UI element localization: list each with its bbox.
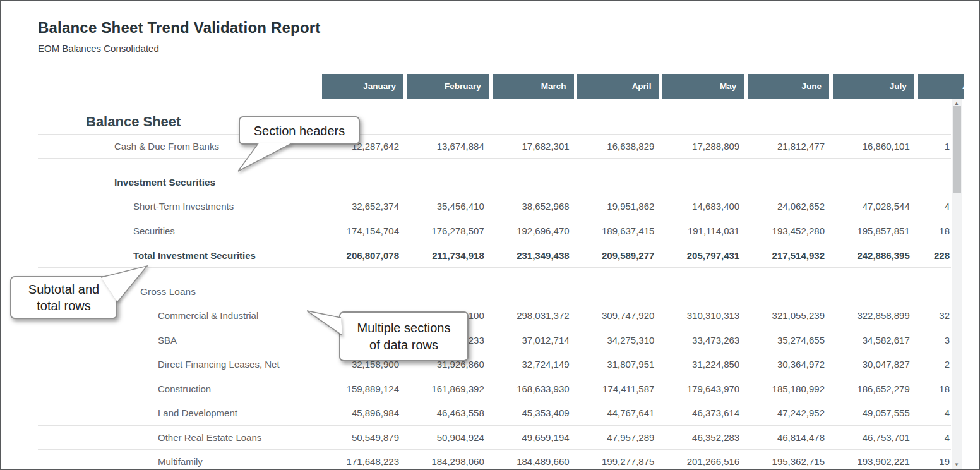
column-header-may: May: [662, 74, 744, 99]
row-label: Investment Securities: [114, 159, 215, 195]
table-row-direct-financing-leases-net: Direct Financing Leases, Net32,158,90031…: [38, 352, 951, 377]
table-row-other-real-estate-loans: Other Real Estate Loans50,549,87950,904,…: [38, 426, 951, 450]
cell-may: 46,373,614: [662, 401, 744, 425]
cell-june: 35,274,655: [748, 328, 829, 352]
column-header-july: July: [833, 74, 914, 99]
cell-august: 2: [918, 352, 951, 377]
callout-text-line: Subtotal and: [11, 281, 116, 298]
table-row-balance-sheet: Balance Sheet: [38, 106, 951, 135]
cell-april: 19,951,862: [577, 195, 659, 219]
callout-subtotal-total-rows: Subtotal andtotal rows: [10, 276, 117, 319]
column-header-january: January: [322, 74, 403, 99]
cell-january: 32,652,374: [322, 195, 403, 219]
callout-section-headers: Section headers: [239, 116, 360, 145]
cell-july: 242,886,395: [833, 243, 914, 267]
cell-april: 44,767,641: [577, 401, 659, 425]
cell-july: 16,860,101: [833, 135, 914, 158]
cell-march: 192,696,470: [493, 219, 574, 243]
table-row-gross-loans: Gross Loans: [38, 268, 951, 304]
row-label: SBA: [158, 328, 177, 352]
cell-march: 298,031,372: [493, 304, 574, 328]
cell-may: 179,643,970: [662, 377, 744, 401]
row-label: Cash & Due From Banks: [114, 135, 219, 158]
cell-february: 211,734,918: [407, 243, 489, 267]
cell-april: 16,638,829: [577, 135, 659, 158]
cell-may: 17,288,809: [662, 135, 744, 158]
table-row-total-investment-securities: Total Investment Securities206,807,07821…: [38, 243, 951, 268]
column-header-april: April: [577, 74, 659, 99]
cell-august: 18: [918, 219, 951, 243]
cell-june: 185,180,992: [748, 377, 829, 401]
scrollbar-thumb[interactable]: [953, 106, 961, 193]
cell-july: 193,902,221: [833, 450, 914, 470]
cell-august: 4: [918, 195, 951, 219]
cell-march: 37,012,714: [493, 328, 574, 352]
cell-may: 205,797,431: [662, 243, 744, 267]
table-row-cash-due-from-banks: Cash & Due From Banks12,287,64213,674,88…: [38, 135, 951, 159]
cell-april: 47,957,289: [577, 426, 659, 450]
cell-march: 32,724,149: [493, 352, 574, 377]
row-label: Balance Sheet: [86, 106, 181, 134]
cell-june: 21,812,477: [748, 135, 829, 158]
row-label: Securities: [133, 219, 175, 243]
row-label: Total Investment Securities: [133, 243, 256, 267]
cell-june: 195,362,715: [748, 450, 829, 470]
cell-february: 50,904,924: [407, 426, 489, 450]
table-row-securities: Securities174,154,704176,278,507192,696,…: [38, 219, 951, 244]
row-label: Short-Term Investments: [133, 195, 234, 219]
cell-august: 4: [918, 426, 951, 450]
cell-may: 31,224,850: [662, 352, 744, 377]
callout-text-line: of data rows: [340, 337, 467, 354]
cell-june: 321,055,239: [748, 304, 829, 328]
table-row-land-development: Land Development45,896,98446,463,55845,3…: [38, 401, 951, 426]
cell-august: 18: [918, 377, 951, 401]
cell-april: 209,589,277: [577, 243, 659, 267]
cell-june: 30,364,972: [748, 352, 829, 377]
cell-july: 186,652,279: [833, 377, 914, 401]
cell-august: 3: [918, 328, 951, 352]
cell-may: 14,683,400: [662, 195, 744, 219]
table-row-multifamily: Multifamily171,648,223184,298,060184,489…: [38, 450, 951, 470]
report-content-area: Balance Sheet Trend Validation Report EO…: [0, 0, 964, 470]
cell-january: 174,154,704: [322, 219, 403, 243]
cell-july: 195,857,851: [833, 219, 914, 243]
cell-january: 45,896,984: [322, 401, 403, 425]
column-header-february: February: [407, 74, 489, 99]
cell-july: 46,753,701: [833, 426, 914, 450]
cell-may: 310,310,313: [662, 304, 744, 328]
cell-february: 184,298,060: [407, 450, 489, 470]
cell-february: 46,463,558: [407, 401, 489, 425]
cell-april: 199,277,875: [577, 450, 659, 470]
scroll-down-arrow-icon[interactable]: ▼: [952, 461, 962, 468]
cell-july: 30,047,827: [833, 352, 914, 377]
cell-april: 174,411,587: [577, 377, 659, 401]
cell-april: 189,637,415: [577, 219, 659, 243]
cell-may: 46,352,283: [662, 426, 744, 450]
cell-march: 184,489,660: [493, 450, 574, 470]
cell-july: 34,582,617: [833, 328, 914, 352]
cell-june: 217,514,932: [748, 243, 829, 267]
table-row-investment-securities: Investment Securities: [38, 159, 951, 195]
cell-june: 46,814,478: [748, 426, 829, 450]
cell-january: 159,889,124: [322, 377, 403, 401]
callout-text-line: Section headers: [240, 124, 359, 138]
row-label: Direct Financing Leases, Net: [158, 352, 280, 377]
cell-may: 191,114,031: [662, 219, 744, 243]
cell-january: 206,807,078: [322, 243, 403, 267]
cell-april: 34,275,310: [577, 328, 659, 352]
cell-july: 47,028,544: [833, 195, 914, 219]
table-row-construction: Construction159,889,124161,869,392168,63…: [38, 377, 951, 402]
cell-july: 49,057,555: [833, 401, 914, 425]
cell-february: 161,869,392: [407, 377, 489, 401]
column-header-june: June: [748, 74, 829, 99]
page-subtitle: EOM Balances Consolidated: [38, 43, 159, 54]
callout-multiple-sections: Multiple sectionsof data rows: [339, 311, 469, 361]
cell-april: 309,747,920: [577, 304, 659, 328]
vertical-scrollbar[interactable]: ▲ ▼: [952, 99, 962, 469]
cell-june: 193,452,280: [748, 219, 829, 243]
table-row-commercial-industrial: Commercial & Industrial100298,031,372309…: [38, 304, 951, 328]
cell-march: 38,652,968: [493, 195, 574, 219]
cell-february: 176,278,507: [407, 219, 489, 243]
cell-may: 33,473,263: [662, 328, 744, 352]
cell-march: 45,353,409: [493, 401, 574, 425]
